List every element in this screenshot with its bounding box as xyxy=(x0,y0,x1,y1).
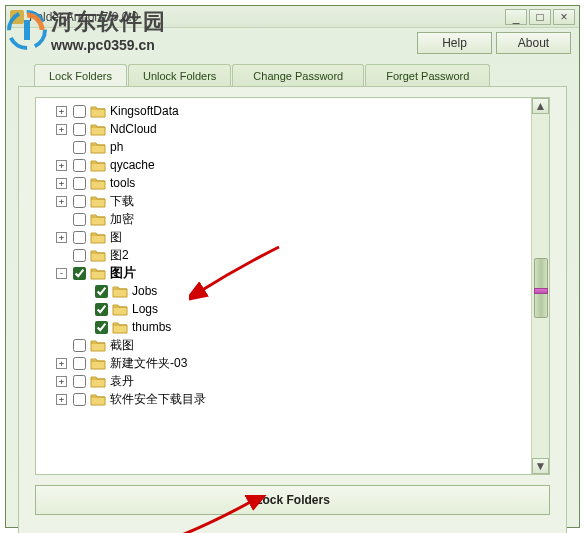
app-icon xyxy=(10,10,24,24)
tab-change-password[interactable]: Change Password xyxy=(232,64,364,86)
folder-icon xyxy=(90,159,106,172)
tree-row[interactable]: +新建文件夹-03 xyxy=(36,354,529,372)
maximize-icon: □ xyxy=(536,10,543,24)
folder-checkbox[interactable] xyxy=(73,375,86,388)
folder-icon xyxy=(90,375,106,388)
window-title: Folder Armor 7.0.0.0 xyxy=(29,10,503,24)
folder-checkbox[interactable] xyxy=(73,195,86,208)
tree-row[interactable]: +下载 xyxy=(36,192,529,210)
help-button[interactable]: Help xyxy=(417,32,492,54)
tree-row[interactable]: 加密 xyxy=(36,210,529,228)
tab-forget-password[interactable]: Forget Password xyxy=(365,64,490,86)
tree-row[interactable]: +袁丹 xyxy=(36,372,529,390)
folder-label: 加密 xyxy=(110,211,134,228)
tree-row[interactable]: 截图 xyxy=(36,336,529,354)
top-toolbar: Help About xyxy=(6,28,579,58)
folder-checkbox[interactable] xyxy=(73,267,86,280)
folder-label: Logs xyxy=(132,302,158,316)
folder-label: 图片 xyxy=(110,264,136,282)
app-window: Folder Armor 7.0.0.0 _ □ × Help About Lo… xyxy=(5,5,580,528)
folder-label: ph xyxy=(110,140,123,154)
maximize-button[interactable]: □ xyxy=(529,9,551,25)
folder-icon xyxy=(90,357,106,370)
folder-label: qycache xyxy=(110,158,155,172)
close-icon: × xyxy=(560,10,567,24)
folder-label: 下载 xyxy=(110,193,134,210)
expand-icon[interactable]: + xyxy=(56,160,67,171)
titlebar: Folder Armor 7.0.0.0 _ □ × xyxy=(6,6,579,28)
tree-row[interactable]: +NdCloud xyxy=(36,120,529,138)
main-panel: +KingsoftData+NdCloudph+qycache+tools+下载… xyxy=(18,86,567,533)
tree-row[interactable]: 图2 xyxy=(36,246,529,264)
expand-icon[interactable]: + xyxy=(56,178,67,189)
folder-label: 截图 xyxy=(110,337,134,354)
folder-checkbox[interactable] xyxy=(95,321,108,334)
folder-icon xyxy=(90,249,106,262)
folder-icon xyxy=(90,339,106,352)
folder-label: 新建文件夹-03 xyxy=(110,355,187,372)
tree-row[interactable]: Jobs xyxy=(36,282,529,300)
tab-strip: Lock Folders Unlock Folders Change Passw… xyxy=(6,64,579,86)
folder-label: 图 xyxy=(110,229,122,246)
folder-checkbox[interactable] xyxy=(73,177,86,190)
lock-folders-button[interactable]: Lock Folders xyxy=(35,485,550,515)
lock-button-container: Lock Folders xyxy=(35,485,550,525)
tree-row[interactable]: ph xyxy=(36,138,529,156)
scrollbar-marker xyxy=(534,288,548,294)
tree-row[interactable]: Logs xyxy=(36,300,529,318)
folder-icon xyxy=(112,321,128,334)
folder-icon xyxy=(90,393,106,406)
folder-checkbox[interactable] xyxy=(73,141,86,154)
folder-checkbox[interactable] xyxy=(73,393,86,406)
folder-icon xyxy=(112,303,128,316)
folder-checkbox[interactable] xyxy=(73,357,86,370)
folder-label: NdCloud xyxy=(110,122,157,136)
expand-icon[interactable]: + xyxy=(56,106,67,117)
folder-checkbox[interactable] xyxy=(73,339,86,352)
expand-icon[interactable]: + xyxy=(56,124,67,135)
folder-icon xyxy=(90,105,106,118)
folder-checkbox[interactable] xyxy=(73,249,86,262)
folder-checkbox[interactable] xyxy=(73,159,86,172)
folder-icon xyxy=(90,123,106,136)
tree-row[interactable]: thumbs xyxy=(36,318,529,336)
collapse-icon[interactable]: - xyxy=(56,268,67,279)
folder-checkbox[interactable] xyxy=(95,303,108,316)
expand-icon[interactable]: + xyxy=(56,232,67,243)
folder-label: 图2 xyxy=(110,247,129,264)
folder-label: tools xyxy=(110,176,135,190)
tree-row[interactable]: -图片 xyxy=(36,264,529,282)
expand-icon[interactable]: + xyxy=(56,196,67,207)
minimize-button[interactable]: _ xyxy=(505,9,527,25)
folder-label: 软件安全下载目录 xyxy=(110,391,206,408)
close-button[interactable]: × xyxy=(553,9,575,25)
folder-label: thumbs xyxy=(132,320,171,334)
folder-tree[interactable]: +KingsoftData+NdCloudph+qycache+tools+下载… xyxy=(36,98,529,474)
vertical-scrollbar[interactable]: ▲ ▼ xyxy=(531,98,549,474)
tree-row[interactable]: +qycache xyxy=(36,156,529,174)
folder-icon xyxy=(90,213,106,226)
folder-icon xyxy=(90,195,106,208)
folder-checkbox[interactable] xyxy=(73,231,86,244)
tree-row[interactable]: +图 xyxy=(36,228,529,246)
expand-icon[interactable]: + xyxy=(56,394,67,405)
expand-icon[interactable]: + xyxy=(56,376,67,387)
tree-row[interactable]: +软件安全下载目录 xyxy=(36,390,529,408)
scroll-down-button[interactable]: ▼ xyxy=(532,458,549,474)
tree-row[interactable]: +KingsoftData xyxy=(36,102,529,120)
folder-checkbox[interactable] xyxy=(73,213,86,226)
expand-icon[interactable]: + xyxy=(56,358,67,369)
minimize-icon: _ xyxy=(513,10,520,24)
folder-label: Jobs xyxy=(132,284,157,298)
folder-label: 袁丹 xyxy=(110,373,134,390)
tab-unlock-folders[interactable]: Unlock Folders xyxy=(128,64,231,86)
folder-icon xyxy=(90,177,106,190)
folder-icon xyxy=(90,141,106,154)
folder-checkbox[interactable] xyxy=(95,285,108,298)
about-button[interactable]: About xyxy=(496,32,571,54)
scroll-up-button[interactable]: ▲ xyxy=(532,98,549,114)
folder-checkbox[interactable] xyxy=(73,123,86,136)
folder-checkbox[interactable] xyxy=(73,105,86,118)
tree-row[interactable]: +tools xyxy=(36,174,529,192)
tab-lock-folders[interactable]: Lock Folders xyxy=(34,64,127,86)
